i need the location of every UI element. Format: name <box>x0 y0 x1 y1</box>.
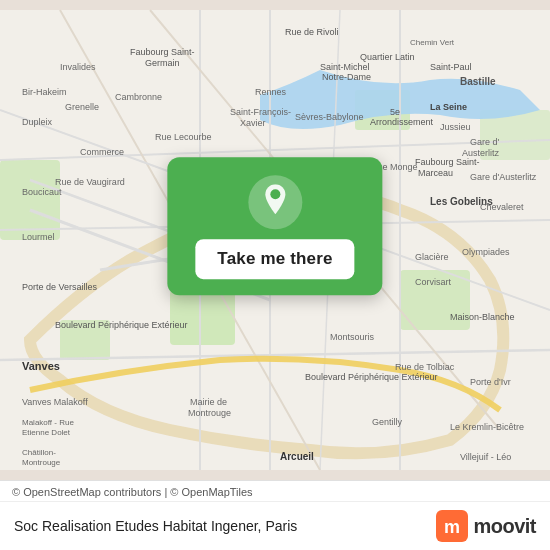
svg-text:Montrouge: Montrouge <box>22 458 61 467</box>
svg-point-78 <box>270 189 280 199</box>
svg-text:Faubourg Saint-: Faubourg Saint- <box>415 157 480 167</box>
svg-text:Commerce: Commerce <box>80 147 124 157</box>
svg-text:Rue de Vaugirard: Rue de Vaugirard <box>55 177 125 187</box>
svg-text:Boulevard Périphérique Extérie: Boulevard Périphérique Extérieur <box>305 372 438 382</box>
svg-text:Xavier: Xavier <box>240 118 266 128</box>
svg-text:Arcueil: Arcueil <box>280 451 314 462</box>
svg-rect-1 <box>0 160 60 240</box>
svg-text:Chemin Vert: Chemin Vert <box>410 38 455 47</box>
svg-text:Rennes: Rennes <box>255 87 287 97</box>
svg-text:Gare d': Gare d' <box>470 137 500 147</box>
moovit-text: moovit <box>473 515 536 538</box>
svg-text:Vanves: Vanves <box>22 360 60 372</box>
svg-text:Saint-François-: Saint-François- <box>230 107 291 117</box>
svg-text:Maison-Blanche: Maison-Blanche <box>450 312 515 322</box>
attribution-text: © OpenStreetMap contributors | © OpenMap… <box>0 481 550 502</box>
svg-text:Saint-Michel: Saint-Michel <box>320 62 370 72</box>
svg-text:Malakoff - Rue: Malakoff - Rue <box>22 418 74 427</box>
svg-text:Faubourg Saint-: Faubourg Saint- <box>130 47 195 57</box>
svg-text:Porte d'Ivr: Porte d'Ivr <box>470 377 511 387</box>
svg-text:Rue de Tolbiac: Rue de Tolbiac <box>395 362 455 372</box>
svg-text:Notre-Dame: Notre-Dame <box>322 72 371 82</box>
svg-text:m: m <box>444 517 460 537</box>
svg-text:Boucicaut: Boucicaut <box>22 187 62 197</box>
svg-text:Châtillon-: Châtillon- <box>22 448 56 457</box>
svg-text:Olympiades: Olympiades <box>462 247 510 257</box>
svg-text:Bir-Hakeim: Bir-Hakeim <box>22 87 67 97</box>
svg-text:Chevaleret: Chevaleret <box>480 202 524 212</box>
footer: © OpenStreetMap contributors | © OpenMap… <box>0 480 550 550</box>
svg-text:Gentilly: Gentilly <box>372 417 403 427</box>
svg-text:Lourmel: Lourmel <box>22 232 55 242</box>
svg-text:Marceau: Marceau <box>418 168 453 178</box>
svg-text:Rue Lecourbe: Rue Lecourbe <box>155 132 212 142</box>
take-me-there-button[interactable]: Take me there <box>195 239 354 279</box>
moovit-icon: m <box>436 510 468 542</box>
place-name: Soc Realisation Etudes Habitat Ingener, … <box>14 518 426 534</box>
svg-text:Boulevard Périphérique Extérie: Boulevard Périphérique Extérieur <box>55 320 188 330</box>
svg-text:Bastille: Bastille <box>460 76 496 87</box>
app: Bir-Hakeim Invalides Faubourg Saint- Ger… <box>0 0 550 550</box>
svg-text:Le Kremlin-Bicêtre: Le Kremlin-Bicêtre <box>450 422 524 432</box>
svg-text:Germain: Germain <box>145 58 180 68</box>
svg-text:Cambronne: Cambronne <box>115 92 162 102</box>
svg-text:Sèvres-Babylone: Sèvres-Babylone <box>295 112 364 122</box>
svg-text:Villejuif - Léo: Villejuif - Léo <box>460 452 511 462</box>
svg-text:Dupleix: Dupleix <box>22 117 53 127</box>
svg-text:Grenelle: Grenelle <box>65 102 99 112</box>
svg-text:Rue de Rivoli: Rue de Rivoli <box>285 27 339 37</box>
pin-icon <box>259 184 291 220</box>
svg-text:Jussieu: Jussieu <box>440 122 471 132</box>
svg-text:Gare d'Austerlitz: Gare d'Austerlitz <box>470 172 537 182</box>
svg-text:Arrondissement: Arrondissement <box>370 117 434 127</box>
svg-text:Corvisart: Corvisart <box>415 277 452 287</box>
svg-text:Glacière: Glacière <box>415 252 449 262</box>
svg-text:Porte de Versailles: Porte de Versailles <box>22 282 98 292</box>
map-container: Bir-Hakeim Invalides Faubourg Saint- Ger… <box>0 0 550 480</box>
svg-text:Montsouris: Montsouris <box>330 332 375 342</box>
svg-rect-3 <box>170 290 235 345</box>
svg-text:Saint-Paul: Saint-Paul <box>430 62 472 72</box>
location-card: Take me there <box>167 157 382 295</box>
moovit-logo[interactable]: m moovit <box>436 510 536 542</box>
svg-text:Vanves Malakoff: Vanves Malakoff <box>22 397 88 407</box>
svg-text:Invalides: Invalides <box>60 62 96 72</box>
svg-text:Mairie de: Mairie de <box>190 397 227 407</box>
bottom-bar: Soc Realisation Etudes Habitat Ingener, … <box>0 502 550 550</box>
svg-text:Quartier Latin: Quartier Latin <box>360 52 415 62</box>
svg-text:5e: 5e <box>390 107 400 117</box>
svg-text:Etienne Dolet: Etienne Dolet <box>22 428 71 437</box>
svg-text:Montrouge: Montrouge <box>188 408 231 418</box>
location-icon-wrap <box>248 175 302 229</box>
svg-text:La Seine: La Seine <box>430 102 467 112</box>
